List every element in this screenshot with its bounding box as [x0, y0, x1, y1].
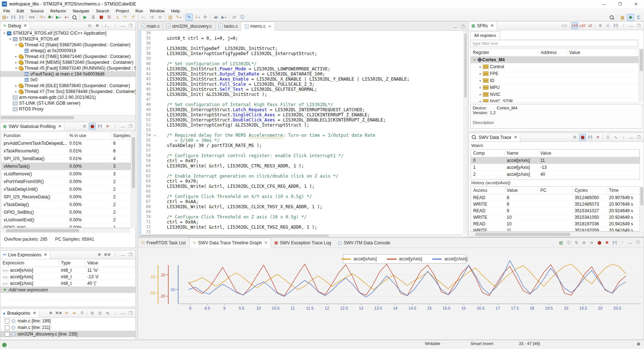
expander-icon[interactable]: ▸: [478, 93, 483, 96]
sfr-tree-item[interactable]: ▸010ID: [471, 77, 639, 84]
sfr-tree-item[interactable]: ▾Cortex_M4: [471, 57, 639, 63]
profiling-vscrollbar[interactable]: [131, 132, 136, 228]
column-header--in-use[interactable]: % in use: [67, 132, 111, 139]
view-menu-icon[interactable]: ⋮: [112, 22, 119, 29]
debug-tree-item[interactable]: ▸Thread #7 [Tmr Svc] 536874448 (Suspende…: [0, 89, 135, 94]
close-icon[interactable]: ✕: [58, 124, 61, 129]
code-line[interactable]: 40/* Set configuration of LIS302DL*/: [141, 61, 463, 66]
import-trace-button[interactable]: ⇩▾: [193, 13, 201, 21]
remove-icon[interactable]: ✕: [104, 123, 111, 130]
save-icon[interactable]: [587, 134, 594, 141]
code-line[interactable]: 67ctrl = 0xAA;: [141, 199, 463, 204]
breakpoint-item[interactable]: main.c [line: 189]: [0, 318, 135, 324]
code-line[interactable]: 53: [141, 128, 463, 133]
forward-button[interactable]: ▶▾: [220, 13, 227, 21]
table-row[interactable]: vTaskDelayUntil()0.00%2: [1, 186, 134, 193]
expander-icon[interactable]: ▸: [478, 65, 483, 69]
search-toggle[interactable]: [71, 13, 78, 21]
column-header-comp[interactable]: Comp: [471, 150, 505, 157]
column-header-cycles[interactable]: Cycles: [572, 187, 607, 194]
open-element-button[interactable]: ▨: [167, 13, 174, 21]
step-over-button[interactable]: ↷: [122, 13, 129, 21]
remove-all-icon[interactable]: ✖: [94, 22, 101, 29]
code-line[interactable]: 72LIS302DL_Write( &ctrl, LIS302DL_CLICK_…: [141, 225, 463, 230]
save-button[interactable]: [9, 13, 17, 21]
graph-settings-icon[interactable]: ▧: [557, 239, 564, 246]
skip-all-icon[interactable]: ⚲: [78, 310, 85, 317]
table-row[interactable]: (×)=accel[yAxis]int8_t-13 'ó': [0, 274, 135, 280]
remove-icon[interactable]: ✖: [96, 251, 103, 258]
back-button[interactable]: ◀▾: [212, 13, 219, 21]
notification-bell-icon[interactable]: ☗: [635, 341, 642, 346]
bottom-tab-swv-data-trace-timeline-graph[interactable]: ∿SWV Data Trace Timeline Graph✕: [189, 238, 271, 248]
menu-edit[interactable]: Edit: [14, 9, 27, 13]
view-menu-icon[interactable]: ⋮: [112, 251, 119, 258]
minimize-icon[interactable]: —: [628, 134, 635, 141]
minimize-icon[interactable]: —: [452, 23, 459, 30]
code-line[interactable]: 43LIS302DL_InitStruct.Axes_Enable = LIS3…: [141, 77, 463, 82]
menu-help[interactable]: Help: [168, 9, 183, 13]
new-wizard[interactable]: ▤▾: [1, 13, 9, 21]
editor-tab-stm32f4_discovery-c[interactable]: cstm32f4_discovery.c: [163, 22, 215, 30]
legend-item[interactable]: accel[zAxis]: [432, 256, 467, 261]
expander-icon[interactable]: ▸: [14, 55, 19, 58]
code-line[interactable]: 55 = 3/100 = 30ms */: [141, 138, 463, 143]
code-line[interactable]: 41LIS302DL_InitStruct.Power_Mode = LIS30…: [141, 66, 463, 71]
table-row[interactable]: (×)=accel[xAxis]int8_t11 '\v': [0, 267, 135, 274]
mark-text-button[interactable]: ✎▾: [175, 13, 182, 21]
show-disassembly-button[interactable]: ≋: [156, 13, 164, 21]
table-row[interactable]: vMemsTask()0.00%3: [1, 163, 134, 170]
breakpoint-item[interactable]: main.c [line: 211]: [0, 324, 135, 331]
expander-icon[interactable]: ▸: [14, 61, 19, 64]
close-icon[interactable]: ✕: [33, 311, 36, 315]
minimize-window-button[interactable]: —: [596, 0, 612, 8]
run-button[interactable]: ▶▾: [55, 13, 62, 21]
open-perspective-button[interactable]: ▦: [619, 14, 626, 21]
close-icon[interactable]: ✕: [264, 241, 267, 245]
minimize-icon[interactable]: —: [628, 22, 635, 29]
code-line[interactable]: 65: [141, 189, 463, 194]
column-header-value[interactable]: Value: [538, 150, 640, 157]
code-line[interactable]: 37LIS302DL_InitTypeDef LIS302DL_InitStru…: [141, 46, 463, 51]
legend-item[interactable]: accel[yAxis]: [387, 256, 422, 261]
sliders-icon[interactable]: ⇅: [573, 239, 580, 246]
sfr-tree-item[interactable]: ▸010Control: [471, 63, 639, 70]
table-row[interactable]: READ8351248505020.907649 s: [471, 194, 640, 201]
expander-icon[interactable]: ▾: [472, 58, 477, 62]
code-line[interactable]: 66/* Configure Click Threshold on X/Y ax…: [141, 194, 463, 199]
debug-tree-item[interactable]: RTOS Proxy: [0, 106, 135, 112]
minimize-icon[interactable]: —: [119, 123, 126, 130]
close-icon[interactable]: ✕: [268, 24, 271, 28]
export-icon[interactable]: ⎘: [605, 22, 612, 29]
view-menu-icon[interactable]: ⋮: [112, 310, 119, 317]
external-tools-button[interactable]: ◕▾: [63, 13, 70, 21]
zoom-out-icon[interactable]: ⊖: [588, 239, 595, 246]
code-line[interactable]: 34: [141, 31, 463, 36]
close-icon[interactable]: ✕: [514, 135, 517, 140]
sfr-tree-item[interactable]: ▸010NVIC: [471, 91, 639, 98]
code-line[interactable]: 49LIS302DL_InterruptStruct.Latch_Request…: [141, 107, 463, 112]
tab-live-expressions[interactable]: ⚯ Live Expressions ✕: [0, 251, 50, 259]
bottom-tab-swv-itm-data-console[interactable]: ▢SWV ITM Data Console: [335, 238, 394, 248]
tab-breakpoints[interactable]: ● Breakpoints ✕: [0, 309, 39, 317]
column-header-function[interactable]: Function: [1, 132, 67, 139]
column-header-value[interactable]: Value: [567, 49, 636, 56]
table-row[interactable]: prvAddCurrentTaskToDelayedL...0.01%6: [1, 140, 134, 147]
maximize-icon[interactable]: ❐: [127, 22, 134, 29]
terminate-button[interactable]: [97, 13, 105, 21]
maximize-icon[interactable]: ❐: [634, 239, 641, 246]
sfr-tree-item[interactable]: ▸010NVIC_STIR: [471, 98, 639, 102]
menu-navigate[interactable]: Navigate: [69, 9, 92, 13]
debug-tree-item[interactable]: ▾Thread #2 [State] 536872640 (Suspended …: [0, 42, 135, 48]
sfr-tree-item[interactable]: ▸010MPU: [471, 84, 639, 91]
code-line[interactable]: 58/* Configure Interrupt control registe…: [141, 153, 463, 158]
search-icon[interactable]: [608, 14, 616, 21]
legend-item[interactable]: accel[xAxis]: [341, 256, 376, 261]
code-line[interactable]: 73: [141, 230, 463, 234]
remove-icon[interactable]: ✖: [603, 239, 610, 246]
code-line[interactable]: 63ctrl = 0x70;: [141, 179, 463, 184]
column-header-value[interactable]: Value: [505, 187, 538, 194]
code-line[interactable]: 35uint8_t ctrl = 0, i=0, j=0;: [141, 36, 463, 41]
code-line[interactable]: 54⊖/* Required delay for the MEMS Accele…: [141, 133, 463, 138]
expander-icon[interactable]: ▾: [14, 43, 19, 47]
